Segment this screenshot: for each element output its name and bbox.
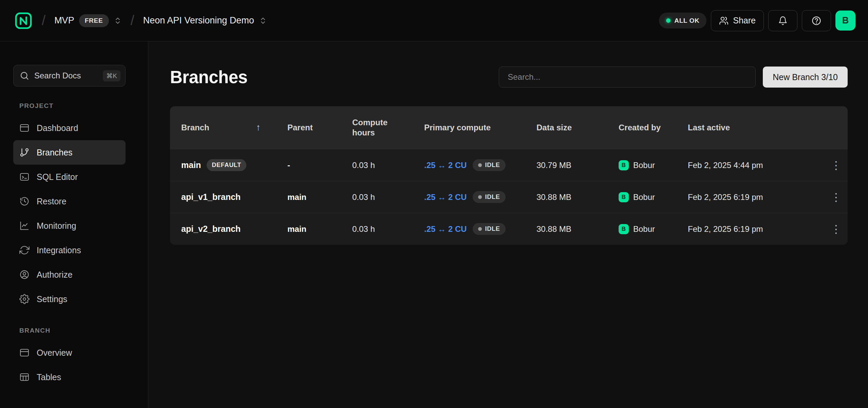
topbar: / MVP FREE / Neon API Versioning Demo AL… bbox=[0, 0, 868, 41]
main-content: Branches New Branch 3/10 Branch ↑ Parent… bbox=[148, 41, 868, 408]
branch-name: api_v1_branch bbox=[181, 192, 241, 202]
sidebar-item-label: Overview bbox=[37, 348, 72, 358]
sidebar-item-label: SQL Editor bbox=[37, 172, 78, 182]
project-name: Neon API Versioning Demo bbox=[143, 15, 254, 26]
branch-cell: api_v2_branch bbox=[170, 224, 287, 234]
branch-name: main bbox=[181, 160, 201, 170]
created-by-cell: B Bobur bbox=[619, 160, 688, 170]
creator-avatar: B bbox=[619, 192, 629, 202]
table-row[interactable]: api_v2_branch main 0.03 h .25 ↔ 2 CU IDL… bbox=[170, 213, 848, 245]
compute-state-label: IDLE bbox=[485, 193, 500, 201]
compute-state-label: IDLE bbox=[485, 162, 500, 169]
share-label: Share bbox=[733, 16, 756, 25]
creator-avatar: B bbox=[619, 224, 629, 234]
sidebar-item-sql-editor[interactable]: SQL Editor bbox=[13, 165, 126, 189]
overview-icon bbox=[19, 348, 30, 358]
idle-dot-icon bbox=[478, 163, 482, 167]
sidebar-item-settings[interactable]: Settings bbox=[13, 287, 126, 311]
search-docs-button[interactable]: Search Docs ⌘K bbox=[13, 65, 126, 87]
project-nav: Dashboard Branches SQL Editor Restore bbox=[13, 116, 148, 311]
branch-name: api_v2_branch bbox=[181, 224, 241, 234]
column-header-parent: Parent bbox=[287, 123, 352, 133]
default-badge: DEFAULT bbox=[207, 159, 246, 171]
branches-icon bbox=[19, 147, 30, 157]
bell-icon bbox=[778, 16, 788, 25]
sidebar-item-label: Branches bbox=[37, 148, 73, 157]
branch-cell: main DEFAULT bbox=[170, 159, 287, 171]
users-icon bbox=[719, 16, 729, 25]
sidebar-item-authorize[interactable]: Authorize bbox=[13, 262, 126, 287]
dashboard-icon bbox=[19, 123, 30, 133]
chevron-updown-icon bbox=[114, 17, 122, 25]
sidebar-item-tables[interactable]: Tables bbox=[13, 365, 126, 389]
row-menu-button[interactable]: ⋮ bbox=[826, 190, 846, 204]
compute-hours-cell: 0.03 h bbox=[352, 192, 424, 202]
parent-cell: main bbox=[287, 224, 352, 234]
table-row[interactable]: main DEFAULT - 0.03 h .25 ↔ 2 CU IDLE 30… bbox=[170, 149, 848, 181]
search-icon bbox=[20, 71, 29, 80]
notifications-button[interactable] bbox=[768, 10, 797, 31]
column-header-primary-compute: Primary compute bbox=[424, 123, 536, 133]
compute-state-badge: IDLE bbox=[473, 159, 505, 171]
sidebar-item-integrations[interactable]: Integrations bbox=[13, 238, 126, 262]
share-button[interactable]: Share bbox=[711, 10, 764, 31]
breadcrumb-project[interactable]: Neon API Versioning Demo bbox=[143, 15, 267, 26]
sql-editor-icon bbox=[19, 172, 30, 182]
breadcrumb-divider: / bbox=[131, 13, 134, 28]
compute-state-badge: IDLE bbox=[473, 191, 505, 203]
sidebar-item-label: Authorize bbox=[37, 270, 73, 280]
user-avatar[interactable]: B bbox=[835, 11, 855, 31]
help-button[interactable] bbox=[802, 10, 831, 31]
compute-state-label: IDLE bbox=[485, 225, 500, 233]
sidebar-item-branches[interactable]: Branches bbox=[13, 140, 126, 165]
sidebar-item-label: Tables bbox=[37, 372, 61, 382]
created-by-cell: B Bobur bbox=[619, 224, 688, 234]
creator-name: Bobur bbox=[633, 192, 655, 202]
parent-cell: - bbox=[287, 161, 352, 170]
new-branch-button[interactable]: New Branch 3/10 bbox=[763, 67, 848, 88]
idle-dot-icon bbox=[478, 227, 482, 231]
branches-table: Branch ↑ Parent Compute hours Primary co… bbox=[170, 106, 848, 245]
breadcrumb-divider: / bbox=[42, 13, 45, 28]
page-header-actions: New Branch 3/10 bbox=[499, 67, 848, 88]
sort-asc-icon: ↑ bbox=[256, 122, 261, 133]
status-pill[interactable]: ALL OK bbox=[659, 13, 706, 29]
topbar-actions: ALL OK Share B bbox=[659, 10, 855, 31]
table-row[interactable]: api_v1_branch main 0.03 h .25 ↔ 2 CU IDL… bbox=[170, 181, 848, 213]
primary-compute-cell: .25 ↔ 2 CU IDLE bbox=[424, 223, 536, 235]
status-label: ALL OK bbox=[674, 17, 699, 24]
sidebar-item-restore[interactable]: Restore bbox=[13, 189, 126, 214]
compute-range[interactable]: .25 ↔ 2 CU bbox=[424, 224, 467, 234]
column-header-branch[interactable]: Branch ↑ bbox=[170, 122, 287, 133]
row-menu-button[interactable]: ⋮ bbox=[826, 222, 846, 236]
kebab-icon: ⋮ bbox=[831, 191, 842, 203]
sidebar-item-monitoring[interactable]: Monitoring bbox=[13, 214, 126, 238]
chevron-updown-icon bbox=[259, 17, 267, 25]
compute-range[interactable]: .25 ↔ 2 CU bbox=[424, 161, 467, 170]
breadcrumb-org[interactable]: MVP FREE bbox=[54, 14, 121, 27]
page-title: Branches bbox=[170, 67, 247, 87]
compute-hours-cell: 0.03 h bbox=[352, 224, 424, 234]
last-active-cell: Feb 2, 2025 4:44 pm bbox=[688, 161, 825, 170]
data-size-cell: 30.79 MB bbox=[536, 161, 619, 170]
row-menu-button[interactable]: ⋮ bbox=[826, 159, 846, 172]
org-name: MVP bbox=[54, 15, 74, 26]
parent-cell: main bbox=[287, 192, 352, 202]
creator-avatar: B bbox=[619, 160, 629, 170]
column-header-data-size: Data size bbox=[536, 123, 619, 133]
compute-range[interactable]: .25 ↔ 2 CU bbox=[424, 192, 467, 202]
kebab-icon: ⋮ bbox=[831, 159, 842, 171]
column-header-created-by: Created by bbox=[619, 123, 669, 133]
settings-icon bbox=[19, 294, 30, 304]
tables-icon bbox=[19, 372, 30, 382]
app-shell: Search Docs ⌘K PROJECT Dashboard Branche… bbox=[0, 41, 868, 408]
neon-logo[interactable] bbox=[14, 11, 33, 30]
row-actions-cell: ⋮ bbox=[825, 222, 848, 236]
branch-search-input[interactable] bbox=[499, 67, 756, 88]
last-active-cell: Feb 2, 2025 6:19 pm bbox=[688, 224, 825, 234]
neon-logo-icon bbox=[14, 12, 33, 30]
sidebar-item-dashboard[interactable]: Dashboard bbox=[13, 116, 126, 140]
keyboard-shortcut-badge: ⌘K bbox=[103, 70, 120, 81]
compute-hours-cell: 0.03 h bbox=[352, 161, 424, 170]
sidebar-item-overview[interactable]: Overview bbox=[13, 340, 126, 365]
